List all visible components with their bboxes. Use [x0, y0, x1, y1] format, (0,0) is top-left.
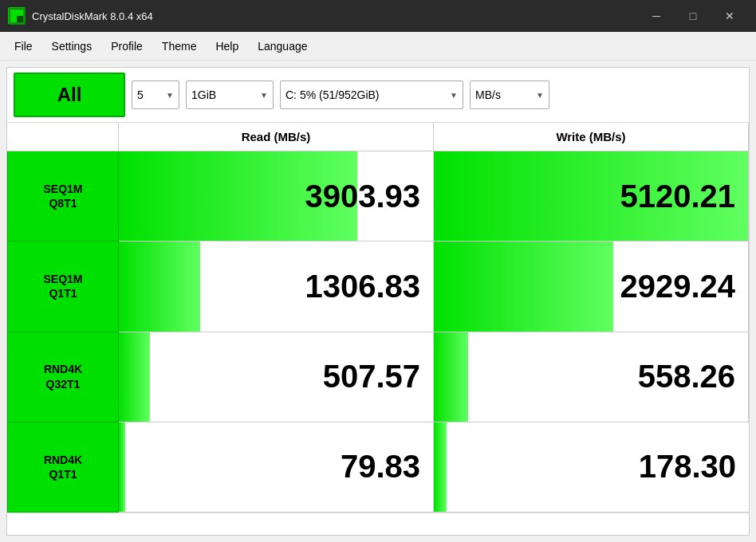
row-0-write-value: 5120.21 [620, 179, 735, 214]
row-2-write-bar [434, 332, 468, 422]
row-3-line1: RND4K [44, 453, 82, 467]
row-1-line2: Q1T1 [49, 286, 77, 300]
results-table: Read (MB/s) Write (MB/s) SEQ1M Q8T1 3903… [7, 123, 749, 513]
all-button[interactable]: All [14, 73, 125, 117]
menu-bar: File Settings Profile Theme Help Languag… [0, 32, 756, 61]
svg-rect-3 [10, 16, 17, 22]
drive-dropdown[interactable]: C: 5% (51/952GiB) ▼ [280, 81, 463, 109]
row-3-read-value: 79.83 [341, 449, 420, 485]
row-label-2: RND4K Q32T1 [7, 332, 119, 422]
menu-settings[interactable]: Settings [42, 37, 102, 56]
menu-file[interactable]: File [5, 37, 42, 56]
row-1-read-value: 1306.83 [305, 269, 420, 304]
row-2-read-cell: 507.57 [119, 332, 434, 422]
row-1-line1: SEQ1M [43, 272, 82, 286]
svg-rect-1 [10, 10, 17, 16]
row-label-1: SEQ1M Q1T1 [7, 242, 119, 332]
row-2-line1: RND4K [44, 362, 82, 376]
row-label-0: SEQ1M Q8T1 [7, 151, 119, 242]
toolbar: All 5 ▼ 1GiB ▼ C: 5% (51/952GiB) ▼ MB/s … [7, 68, 749, 123]
status-bar [7, 513, 749, 535]
row-2-write-value: 558.26 [638, 359, 735, 395]
svg-rect-4 [17, 16, 23, 22]
count-value: 5 [137, 88, 144, 101]
header-read: Read (MB/s) [119, 123, 434, 151]
unit-dropdown-arrow: ▼ [536, 91, 544, 100]
row-0-write-cell: 5120.21 [434, 151, 749, 242]
menu-profile[interactable]: Profile [101, 37, 152, 56]
size-value: 1GiB [191, 88, 216, 101]
menu-language[interactable]: Language [248, 37, 317, 56]
header-label-col [7, 123, 119, 151]
svg-rect-2 [17, 10, 23, 16]
row-0-line2: Q8T1 [49, 196, 77, 210]
row-1-read-cell: 1306.83 [119, 242, 434, 332]
count-dropdown[interactable]: 5 ▼ [132, 81, 179, 109]
row-3-read-cell: 79.83 [119, 422, 434, 513]
row-0-read-value: 3903.93 [305, 179, 420, 214]
title-bar: CrystalDiskMark 8.0.4 x64 ─ □ ✕ [0, 0, 756, 32]
row-1-read-bar [119, 242, 200, 331]
drive-value: C: 5% (51/952GiB) [285, 88, 380, 101]
row-3-read-bar [119, 422, 125, 512]
row-1-write-cell: 2929.24 [434, 242, 749, 332]
count-dropdown-arrow: ▼ [166, 91, 174, 100]
row-label-3: RND4K Q1T1 [7, 422, 119, 513]
main-content: All 5 ▼ 1GiB ▼ C: 5% (51/952GiB) ▼ MB/s … [6, 67, 750, 536]
header-write: Write (MB/s) [434, 123, 749, 151]
row-0-read-cell: 3903.93 [119, 151, 434, 242]
window-title: CrystalDiskMark 8.0.4 x64 [32, 10, 638, 22]
row-3-write-value: 178.30 [639, 449, 736, 485]
menu-theme[interactable]: Theme [152, 37, 207, 56]
menu-help[interactable]: Help [206, 37, 248, 56]
minimize-button[interactable]: ─ [638, 0, 675, 32]
unit-dropdown[interactable]: MB/s ▼ [470, 81, 549, 109]
unit-value: MB/s [475, 88, 501, 101]
app-icon [8, 7, 26, 25]
row-3-write-bar [434, 422, 447, 512]
window-controls: ─ □ ✕ [638, 0, 748, 32]
row-1-write-value: 2929.24 [620, 269, 735, 304]
row-2-read-bar [119, 332, 150, 422]
row-2-line2: Q32T1 [46, 377, 81, 391]
row-3-write-cell: 178.30 [434, 422, 749, 513]
close-button[interactable]: ✕ [711, 0, 748, 32]
size-dropdown[interactable]: 1GiB ▼ [186, 81, 274, 109]
maximize-button[interactable]: □ [675, 0, 711, 32]
size-dropdown-arrow: ▼ [260, 91, 268, 100]
row-2-write-cell: 558.26 [434, 332, 749, 422]
row-0-line1: SEQ1M [43, 182, 82, 196]
row-2-read-value: 507.57 [323, 359, 420, 395]
drive-dropdown-arrow: ▼ [450, 91, 458, 100]
row-1-write-bar [434, 242, 613, 331]
row-3-line2: Q1T1 [49, 467, 77, 481]
